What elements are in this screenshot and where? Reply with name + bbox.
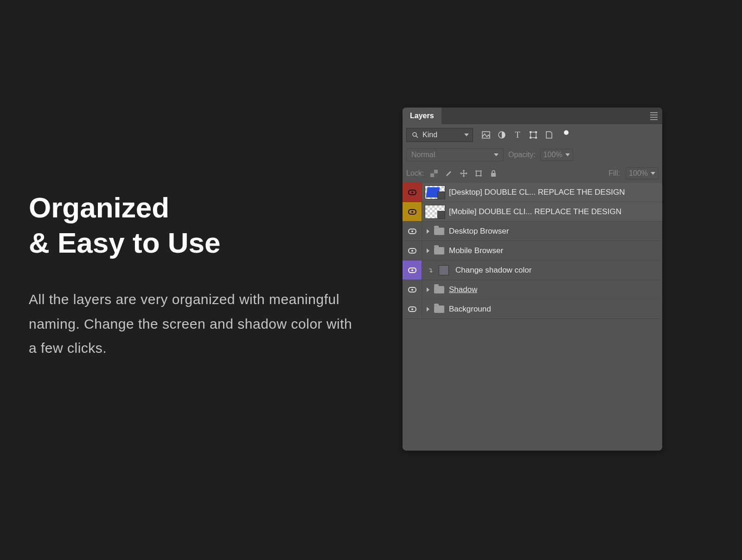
clip-indicator-icon: ↴	[428, 267, 433, 274]
layer-name: Mobile Browser	[449, 246, 503, 255]
layer-name: Change shadow color	[455, 266, 531, 275]
filter-smartobject-icon[interactable]	[544, 130, 554, 140]
lock-transparency-icon[interactable]	[429, 169, 439, 178]
svg-rect-11	[434, 173, 438, 177]
eye-icon	[408, 248, 416, 254]
lock-artboard-icon[interactable]	[474, 169, 483, 178]
visibility-toggle[interactable]	[403, 183, 422, 202]
svg-rect-7	[530, 137, 531, 139]
heading-line1: Organized	[29, 191, 169, 223]
layer-row[interactable]: ↴ Change shadow color	[403, 261, 662, 280]
svg-rect-12	[476, 171, 481, 176]
lock-label: Lock:	[406, 169, 424, 178]
layer-row[interactable]: Desktop Browser	[403, 222, 662, 241]
eye-icon	[408, 209, 416, 215]
svg-point-0	[413, 133, 416, 136]
svg-rect-17	[491, 173, 496, 177]
layer-name: Desktop Browser	[449, 227, 509, 236]
visibility-toggle[interactable]	[403, 299, 422, 318]
tab-layers[interactable]: Layers	[403, 108, 441, 124]
svg-rect-5	[530, 131, 531, 133]
visibility-toggle[interactable]	[403, 241, 422, 260]
layer-row[interactable]: Background	[403, 299, 662, 319]
chevron-down-icon	[651, 172, 655, 175]
eye-icon	[408, 229, 416, 234]
promo-heading: Organized & Easy to Use	[29, 190, 221, 260]
opacity-label: Opacity:	[508, 151, 536, 159]
opacity-input[interactable]: 100%	[540, 149, 573, 161]
lock-row: Lock: Fill: 100%	[403, 164, 662, 183]
visibility-toggle[interactable]	[403, 261, 422, 280]
search-icon	[410, 130, 420, 140]
chevron-down-icon	[464, 134, 469, 136]
layer-row[interactable]: Mobile Browser	[403, 241, 662, 261]
visibility-toggle[interactable]	[403, 222, 422, 241]
layers-panel: Layers Kind T	[403, 108, 662, 451]
chevron-down-icon	[494, 153, 499, 156]
blend-mode-row: Normal Opacity: 100%	[403, 146, 662, 164]
folder-icon	[434, 286, 444, 293]
filter-kind-label: Kind	[422, 131, 437, 139]
lock-all-icon[interactable]	[489, 169, 498, 178]
layer-name: [Mobile] DOUBLE CLI... REPLACE THE DESIG…	[449, 207, 621, 216]
opacity-value: 100%	[544, 151, 563, 159]
folder-icon	[434, 305, 444, 313]
promo-body: All the layers are very organized with m…	[29, 287, 353, 361]
svg-line-1	[416, 136, 418, 138]
heading-line2: & Easy to Use	[29, 227, 221, 259]
fill-value: 100%	[629, 169, 648, 178]
expand-toggle[interactable]	[427, 248, 429, 253]
lock-position-icon[interactable]	[459, 169, 468, 178]
visibility-toggle[interactable]	[403, 202, 422, 221]
filter-kind-select[interactable]: Kind	[406, 128, 473, 142]
fill-label: Fill:	[608, 169, 620, 178]
panel-menu-button[interactable]	[646, 108, 662, 124]
eye-icon	[408, 287, 416, 293]
filter-type-icons: T	[481, 130, 569, 140]
lock-paint-icon[interactable]	[444, 169, 454, 178]
filter-toggle-dot[interactable]	[564, 130, 569, 135]
expand-toggle[interactable]	[427, 287, 429, 292]
folder-icon	[434, 247, 444, 255]
filter-shape-icon[interactable]	[529, 130, 538, 140]
blend-mode-select[interactable]: Normal	[406, 148, 504, 161]
eye-icon	[408, 267, 416, 273]
layer-name: Background	[449, 305, 491, 314]
filter-type-icon[interactable]: T	[513, 130, 522, 140]
svg-rect-8	[535, 137, 537, 139]
filter-adjustment-icon[interactable]	[497, 130, 506, 140]
visibility-toggle[interactable]	[403, 280, 422, 299]
expand-toggle[interactable]	[427, 229, 429, 234]
filter-image-icon[interactable]	[481, 130, 491, 140]
eye-icon	[408, 306, 416, 312]
color-swatch[interactable]	[439, 265, 449, 275]
filter-row: Kind T	[403, 124, 662, 146]
blend-mode-value: Normal	[411, 151, 435, 159]
svg-rect-10	[430, 170, 434, 173]
chevron-down-icon	[565, 153, 570, 156]
expand-toggle[interactable]	[427, 307, 429, 312]
tab-label: Layers	[410, 112, 434, 120]
layer-name: Shadow	[449, 285, 477, 294]
eye-icon	[408, 190, 416, 195]
fill-input[interactable]: 100%	[626, 167, 659, 179]
svg-rect-6	[535, 131, 537, 133]
layer-thumbnail[interactable]	[425, 205, 445, 219]
layer-row[interactable]: [Desktop] DOUBLE CL... REPLACE THE DESIG…	[403, 183, 662, 202]
panel-tabbar: Layers	[403, 108, 662, 124]
layer-thumbnail[interactable]	[425, 185, 445, 199]
layer-row[interactable]: [Mobile] DOUBLE CLI... REPLACE THE DESIG…	[403, 202, 662, 222]
layer-name: [Desktop] DOUBLE CL... REPLACE THE DESIG…	[449, 188, 625, 197]
folder-icon	[434, 228, 444, 235]
layer-row[interactable]: Shadow	[403, 280, 662, 299]
